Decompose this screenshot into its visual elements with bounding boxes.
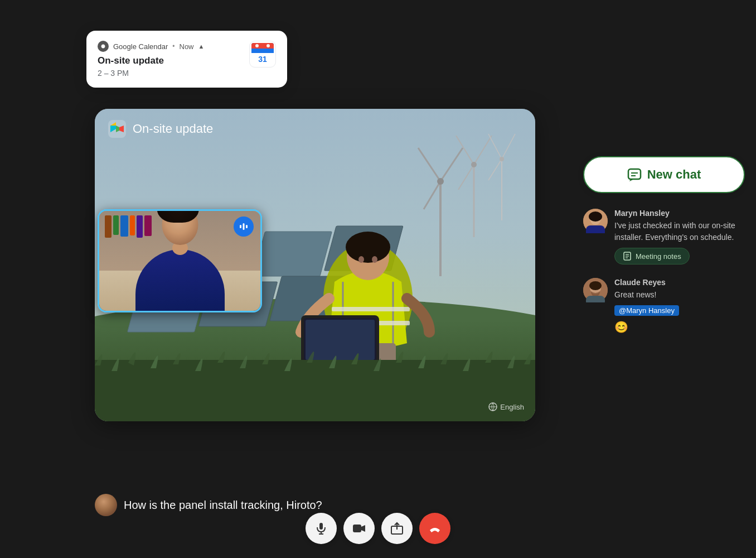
notes-icon xyxy=(623,252,632,261)
chat-bubble-icon xyxy=(627,167,642,182)
emoji-reaction: 😊 xyxy=(614,320,745,334)
svg-point-38 xyxy=(471,162,477,167)
maryn-sender-name: Maryn Hansley xyxy=(614,209,745,218)
svg-rect-77 xyxy=(586,225,605,233)
maryn-message-content: Maryn Hansley I've just checked in with … xyxy=(614,209,745,264)
meeting-notes-chip[interactable]: Meeting notes xyxy=(614,248,690,264)
svg-marker-67 xyxy=(361,525,365,532)
gcal-icon xyxy=(98,41,109,52)
svg-point-33 xyxy=(437,178,444,185)
notification-header: Google Calendar • Now ▲ xyxy=(98,41,241,52)
svg-rect-45 xyxy=(332,307,410,311)
notification-chevron-icon: ▲ xyxy=(198,43,205,50)
end-call-button[interactable] xyxy=(419,513,450,544)
notification-separator: • xyxy=(172,42,175,50)
svg-point-43 xyxy=(500,157,504,161)
chat-panel: New chat Maryn Hansley I've just checked… xyxy=(583,156,745,347)
self-view-thumbnail xyxy=(98,209,262,312)
chat-message-2: Claude Reyes Great news! @Maryn Hansley … xyxy=(583,278,745,334)
svg-rect-55 xyxy=(306,320,375,360)
audio-indicator xyxy=(234,217,254,237)
share-button[interactable] xyxy=(381,513,413,544)
svg-rect-61 xyxy=(243,223,245,230)
svg-rect-63 xyxy=(319,523,323,530)
svg-point-52 xyxy=(372,256,377,263)
new-chat-button[interactable]: New chat xyxy=(583,156,745,193)
svg-rect-9 xyxy=(251,46,274,49)
notification-content: Google Calendar • Now ▲ On-site update 2… xyxy=(98,41,241,78)
maryn-avatar xyxy=(583,209,608,233)
meet-header: On-site update xyxy=(108,120,213,138)
video-call-title: On-site update xyxy=(133,122,213,136)
svg-rect-66 xyxy=(353,525,361,532)
mic-button[interactable] xyxy=(306,513,337,544)
svg-point-76 xyxy=(589,211,602,222)
svg-rect-85 xyxy=(586,296,605,302)
caption-speaker-avatar xyxy=(95,494,117,516)
notification-subtitle: 2 – 3 PM xyxy=(98,69,241,78)
svg-rect-62 xyxy=(246,225,248,228)
svg-rect-20 xyxy=(253,232,332,276)
language-indicator[interactable]: English xyxy=(488,402,524,411)
mention-chip: @Maryn Hansley xyxy=(614,305,679,316)
svg-rect-71 xyxy=(628,169,641,179)
notification-app-name: Google Calendar xyxy=(113,42,168,51)
claude-message-text: Great news! xyxy=(614,289,745,301)
notification-card: Google Calendar • Now ▲ On-site update 2… xyxy=(86,31,287,88)
svg-rect-56 xyxy=(95,360,535,421)
settings-icon xyxy=(488,402,497,411)
meeting-notes-label: Meeting notes xyxy=(636,252,681,261)
svg-text:31: 31 xyxy=(258,55,267,64)
claude-message-content: Claude Reyes Great news! @Maryn Hansley … xyxy=(614,278,745,334)
camera-button[interactable] xyxy=(343,513,375,544)
svg-point-51 xyxy=(358,256,364,263)
svg-rect-60 xyxy=(240,225,241,228)
chat-message-1: Maryn Hansley I've just checked in with … xyxy=(583,209,745,264)
svg-point-50 xyxy=(346,232,390,263)
notification-time: Now xyxy=(180,42,194,51)
notification-title: On-site update xyxy=(98,55,241,66)
caption-bar: How is the panel install tracking, Hirot… xyxy=(95,494,322,516)
audio-waves-icon xyxy=(238,221,249,232)
svg-point-84 xyxy=(589,281,602,290)
calendar-icon: 31 xyxy=(249,41,276,68)
caption-text: How is the panel install tracking, Hirot… xyxy=(124,499,322,512)
meet-logo xyxy=(108,120,126,138)
svg-point-13 xyxy=(255,44,259,47)
new-chat-label: New chat xyxy=(647,167,701,182)
end-call-icon xyxy=(428,521,442,536)
svg-rect-10 xyxy=(251,49,274,53)
claude-sender-name: Claude Reyes xyxy=(614,278,745,287)
mic-icon xyxy=(314,522,328,535)
control-bar xyxy=(306,513,450,544)
svg-point-14 xyxy=(266,44,270,47)
claude-avatar xyxy=(583,278,608,302)
language-label: English xyxy=(500,403,524,411)
maryn-message-text: I've just checked in with our on-site in… xyxy=(614,220,745,243)
camera-icon xyxy=(352,522,366,535)
share-icon xyxy=(390,522,404,535)
